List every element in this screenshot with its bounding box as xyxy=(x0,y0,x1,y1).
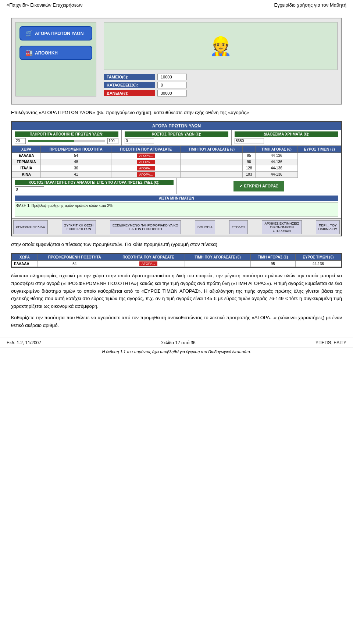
production-cost-label: ΚΟΣΤΟΣ ΠΑΡΑΓΩΓΗΣ ΠΟΥ ΑΝΑΛΟΓΕΙ ΣΤΙΣ ΥΠΟ Α… xyxy=(15,180,174,185)
katatheseis-label: ΚΑΤΑΘΕΣΕΙΣ(€): xyxy=(104,82,155,88)
daneia-label: ΔΑΝΕΙΑ(€): xyxy=(104,90,155,96)
available-label: ΔΙΑΘΕΣΙΜΑ ΧΡΗΜΑΤΑ (€): xyxy=(235,131,338,137)
footer-note: Η έκδοση 1.1 του παρόντος έχει υποβληθεί… xyxy=(0,348,353,355)
table-row: ΓΕΡΜΑΝΙΑ 48 ΑΓΟΡΑ... 96 44-136 xyxy=(12,159,341,165)
small-col-offered: ΠΡΟΣΦΕΡΟΜΕΝΗ ΠΟΣΟΤΗΤΑ xyxy=(37,254,112,261)
range-cell: 44-136 xyxy=(255,152,297,159)
offered-cell: 48 xyxy=(41,159,111,165)
table-row: ΙΤΑΛΙΑ 36 ΑΓΟΡΑ... 128 44-136 xyxy=(12,165,341,171)
nav-comparative[interactable]: ΣΥΓΚΡΙΤΙΚΗ ΘΕΣΗΕΠΙΧΕΙΡΗΣΕΩΝ xyxy=(62,220,96,234)
small-price-bought-cell xyxy=(185,261,251,267)
warehouse-icon: 🏭 xyxy=(25,49,33,56)
production-cost-input[interactable] xyxy=(15,186,44,192)
daneia-value: 30000 xyxy=(157,90,187,96)
storage-slider[interactable] xyxy=(28,140,105,142)
agora-button[interactable]: ΑΓΟΡΑ... xyxy=(137,154,155,158)
storage-min-input[interactable] xyxy=(15,138,26,144)
nav-exit[interactable]: ΕΞΟΔΟΣ xyxy=(229,220,248,234)
price-bought-cell xyxy=(181,152,243,159)
buy-raw-button[interactable]: 🛒 ΑΓΟΡΑ ΠΡΩΤΩΝ ΥΛΩΝ xyxy=(19,26,92,41)
purchase-top-row: ΠΛΗΡΟΤΗΤΑ ΑΠΟΘΗΚΗΣ ΠΡΩΤΩΝ ΥΛΩΝ: ΚΟΣΤΟΣ Π… xyxy=(12,130,341,146)
nav-help[interactable]: ΒΟΗΘΕΙΑ xyxy=(195,220,215,234)
storage-label: ΠΛΗΡΟΤΗΤΑ ΑΠΟΘΗΚΗΣ ΠΡΩΤΩΝ ΥΛΩΝ: xyxy=(15,131,118,137)
mascot-figure: 👷 xyxy=(209,35,232,57)
footer-page: Σελίδα 17 από 36 xyxy=(161,340,196,345)
small-col-range: ΕΥΡΟΣ ΤΙΜΩΝ (€) xyxy=(295,254,341,261)
approve-section: ✔ ΕΓΚΡΙΣΗ ΑΓΟΡΑΣ xyxy=(177,178,342,194)
messages-section: ΛΙΣΤΑ ΜΗΝΥΜΑΤΩΝ ΦΑΣΗ 1: Πρόβλεψη αύξησης… xyxy=(12,194,341,218)
bought-cell: ΑΓΟΡΑ... xyxy=(111,159,181,165)
approve-icon: ✔ xyxy=(239,184,244,188)
table-row: ΕΛΛΑΔΑ 54 ΑΓΟΡΑ... 95 44-136 xyxy=(12,152,341,159)
nav-initial-estimates[interactable]: ΑΡΧΙΚΕΣ ΕΚΤΙΜΗΣΕΙΣΟΙΚΟΝΟΜΙΚΩΝΣΤΟΙΧΕΙΩΝ xyxy=(262,220,302,234)
offered-cell: 54 xyxy=(41,152,111,159)
small-bought-cell: ΑΓΟΡΑ... xyxy=(112,261,185,267)
available-input-row xyxy=(235,138,338,144)
nav-buttons-row: ΚΕΝΤΡΙΚΗ ΣΕΛΙΔΑ ΣΥΓΚΡΙΤΙΚΗ ΘΕΣΗΕΠΙΧΕΙΡΗΣ… xyxy=(12,218,341,236)
price-cell: 103 xyxy=(243,171,255,177)
cost-section: ΚΟΣΤΟΣ ΠΡΩΤΩΝ ΥΛΩΝ (€): xyxy=(122,130,232,145)
col-range: ΕΥΡΟΣ ΤΙΜΩΝ (€) xyxy=(298,146,341,152)
small-offered-cell: 54 xyxy=(37,261,112,267)
page-footer: Εκδ. 1.2, 11/2007 Σελίδα 17 από 36 ΥΠΕΠΘ… xyxy=(0,338,353,348)
footer-org: ΥΠΕΠΘ, ΕΑΙΤΥ xyxy=(315,340,346,345)
small-col-country: ΧΩΡΑ xyxy=(12,254,38,261)
cost-input[interactable] xyxy=(125,138,154,144)
col-agora xyxy=(243,146,255,152)
country-cell: ΚΙΝΑ xyxy=(12,171,41,177)
agora-button[interactable]: ΑΓΟΡΑ... xyxy=(137,172,155,177)
message-text: ΦΑΣΗ 1: Πρόβλεψη αύξησης τιμών πρώτων υλ… xyxy=(16,204,113,208)
messages-title: ΛΙΣΤΑ ΜΗΝΥΜΑΤΩΝ xyxy=(15,196,338,201)
nav-central-page[interactable]: ΚΕΝΤΡΙΚΗ ΣΕΛΙΔΑ xyxy=(13,220,48,234)
country-cell: ΓΕΡΜΑΝΙΑ xyxy=(12,159,41,165)
small-agora-button[interactable]: ΑΓΟΡΑ... xyxy=(139,261,157,266)
col-offered: ΠΡΟΣΦΕΡΟΜΕΝΗ ΠΟΣΟΤΗΤΑ xyxy=(41,146,111,152)
top-screenshot-box: 🛒 ΑΓΟΡΑ ΠΡΩΤΩΝ ΥΛΩΝ 🏭 ΑΠΟΘΗΚΗ 👷 ΤΑΜΕΙΟ(€… xyxy=(11,18,342,105)
storage-input xyxy=(15,138,118,144)
col-bought: ΠΟΣΟΤΗΤΑ ΠΟΥ ΑΓΟΡΑΣΑΤΕ xyxy=(111,146,181,152)
quantity-info-paragraph: Καθορίζετε την ποσότητα που θέλετε να αγ… xyxy=(11,315,342,328)
small-range-cell: 44-136 xyxy=(295,261,341,267)
tameio-row: ΤΑΜΕΙΟ(€): 10000 xyxy=(104,74,338,80)
supplier-table-small: ΧΩΡΑ ΠΡΟΣΦΕΡΟΜΕΝΗ ΠΟΣΟΤΗΤΑ ΠΟΣΟΤΗΤΑ ΠΟΥ … xyxy=(12,254,341,267)
left-nav-buttons: 🛒 ΑΓΟΡΑ ΠΡΩΤΩΝ ΥΛΩΝ 🏭 ΑΠΟΘΗΚΗ xyxy=(15,22,96,96)
page-header: «Παιχνίδι» Εικονικών Επιχειρήσεων Εγχειρ… xyxy=(0,0,353,10)
nav-specialized-info[interactable]: ΕΞΕΙΔΙΚΕΥΜΕΝΟ ΠΛΗΡΟΦΟΡΙΑΚΟ ΥΛΙΚΟΓΙΑ ΤΗΝ … xyxy=(110,220,181,234)
nav-about-game[interactable]: ΠΕΡΙ... ΤΟΥΠΑΙΧΝΙΔΙΟΥ xyxy=(316,220,340,234)
country-cell: ΕΛΛΑΔΑ xyxy=(12,152,41,159)
range-cell: 44-136 xyxy=(255,171,297,177)
top-screenshot: 🛒 ΑΓΟΡΑ ΠΡΩΤΩΝ ΥΛΩΝ 🏭 ΑΠΟΘΗΚΗ 👷 ΤΑΜΕΙΟ(€… xyxy=(15,22,338,96)
agora-button[interactable]: ΑΓΟΡΑ... xyxy=(137,166,155,170)
storage-max-input[interactable] xyxy=(107,138,118,144)
header-right: Εγχειρίδιο χρήσης για τον Μαθητή xyxy=(274,2,347,8)
approve-button[interactable]: ✔ ΕΓΚΡΙΣΗ ΑΓΟΡΑΣ xyxy=(233,181,284,191)
main-content: 🛒 ΑΓΟΡΑ ΠΡΩΤΩΝ ΥΛΩΝ 🏭 ΑΠΟΘΗΚΗ 👷 ΤΑΜΕΙΟ(€… xyxy=(0,10,353,338)
cost-input-row xyxy=(125,138,228,144)
mascot-area: 👷 xyxy=(104,22,338,70)
warehouse-button[interactable]: 🏭 ΑΠΟΘΗΚΗ xyxy=(19,46,92,60)
production-cost-section: ΚΟΣΤΟΣ ΠΑΡΑΓΩΓΗΣ ΠΟΥ ΑΝΑΛΟΓΕΙ ΣΤΙΣ ΥΠΟ Α… xyxy=(12,178,177,194)
available-input[interactable] xyxy=(235,138,264,144)
tameio-label: ΤΑΜΕΙΟ(€): xyxy=(104,74,155,80)
agora-button[interactable]: ΑΓΟΡΑ... xyxy=(137,160,155,164)
offered-cell: 36 xyxy=(41,165,111,171)
table-row: ΚΙΝΑ 41 ΑΓΟΡΑ... 103 44-136 xyxy=(12,171,341,177)
supplier-info-text: δίνονται πληροφορίες σχετικά με την χώρα… xyxy=(11,272,342,330)
daneia-row: ΔΑΝΕΙΑ(€): 30000 xyxy=(104,90,338,96)
small-col-price-bought: ΤΙΜΗ ΠΟΥ ΑΓΟΡΑΣΑΤΕ (€) xyxy=(185,254,251,261)
after-screen-text: στην οποία εμφανίζεται ο πίνακας των προ… xyxy=(11,241,342,249)
katatheseis-value: 0 xyxy=(157,82,187,88)
after-screen-paragraph: στην οποία εμφανίζεται ο πίνακας των προ… xyxy=(11,242,217,247)
range-cell: 44-136 xyxy=(255,165,297,171)
col-country: ΧΩΡΑ xyxy=(12,146,41,152)
cost-label: ΚΟΣΤΟΣ ΠΡΩΤΩΝ ΥΛΩΝ (€): xyxy=(125,131,228,137)
small-price-cell: 95 xyxy=(250,261,295,267)
available-section: ΔΙΑΘΕΣΙΜΑ ΧΡΗΜΑΤΑ (€): xyxy=(232,130,341,145)
header-left: «Παιχνίδι» Εικονικών Επιχειρήσεων xyxy=(7,2,82,8)
col-price: ΤΙΜΗ ΑΓΟΡΑΣ (€) xyxy=(255,146,297,152)
bought-cell: ΑΓΟΡΑ... xyxy=(111,165,181,171)
price-bought-cell xyxy=(181,171,243,177)
right-info-panel: 👷 ΤΑΜΕΙΟ(€): 10000 ΚΑΤΑΘΕΣΕΙΣ(€): 0 ΔΑΝΕ… xyxy=(104,22,338,96)
cart-icon: 🛒 xyxy=(25,30,33,37)
offered-cell: 41 xyxy=(41,171,111,177)
